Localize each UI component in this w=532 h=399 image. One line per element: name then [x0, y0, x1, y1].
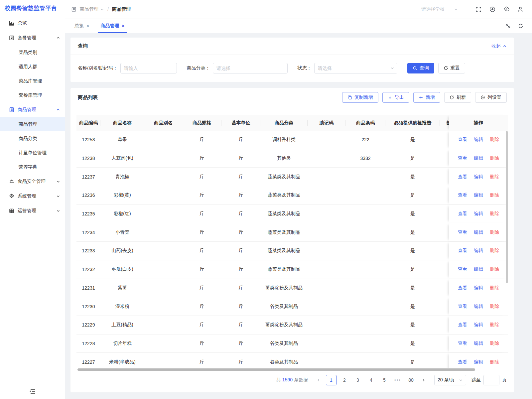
edit-link[interactable]: 编辑	[474, 211, 483, 217]
vertical-scrollbar[interactable]	[506, 131, 508, 283]
view-link[interactable]: 查看	[458, 285, 467, 291]
sidebar-subitem-dish-category[interactable]: 菜品类别	[0, 45, 65, 60]
refresh-icon[interactable]	[518, 23, 523, 29]
view-link[interactable]: 查看	[458, 155, 467, 161]
status-select[interactable]	[314, 63, 397, 73]
cell-spec: 斤	[182, 149, 221, 168]
sidebar-subitem-nutrition-dict[interactable]: 营养字典	[0, 160, 65, 174]
view-link[interactable]: 查看	[458, 229, 467, 235]
prev-page-button[interactable]	[314, 375, 323, 385]
delete-link[interactable]: 删除	[490, 174, 499, 180]
view-link[interactable]: 查看	[458, 192, 467, 198]
cell-alias	[144, 316, 182, 334]
user-icon[interactable]	[517, 6, 523, 12]
delete-link[interactable]: 删除	[490, 229, 499, 235]
refresh-list-button[interactable]: 刷新	[444, 92, 471, 103]
edit-link[interactable]: 编辑	[474, 304, 483, 310]
delete-link[interactable]: 删除	[490, 248, 499, 254]
delete-link[interactable]: 删除	[490, 266, 499, 272]
close-icon[interactable]: ×	[122, 23, 124, 29]
edit-link[interactable]: 编辑	[474, 137, 483, 143]
page-button-3[interactable]: 3	[352, 375, 363, 385]
more-pages-icon[interactable]: •••	[392, 375, 403, 385]
cell-category: 谷类及其制品	[260, 353, 308, 368]
add-button[interactable]: 新增	[413, 92, 440, 103]
sidebar-item-overview[interactable]: 总览	[0, 16, 65, 31]
sidebar-subitem-meal-library[interactable]: 套餐库管理	[0, 88, 65, 102]
view-link[interactable]: 查看	[458, 322, 467, 328]
page-size-select[interactable]: 20 条/页	[434, 375, 466, 385]
page-button-1[interactable]: 1	[326, 375, 336, 385]
delete-link[interactable]: 删除	[490, 155, 499, 161]
view-link[interactable]: 查看	[458, 340, 467, 346]
sidebar-item-label: 总览	[18, 20, 60, 26]
view-link[interactable]: 查看	[458, 359, 467, 365]
delete-link[interactable]: 删除	[490, 322, 499, 328]
edit-link[interactable]: 编辑	[474, 155, 483, 161]
sidebar-collapse-button[interactable]	[0, 388, 65, 394]
fullscreen-icon[interactable]	[476, 7, 481, 12]
tab-overview[interactable]: 总览 ×	[71, 19, 92, 33]
breadcrumb-menu[interactable]: 商品管理	[80, 6, 104, 12]
cell-category: 薯类淀粉及其制品	[260, 279, 308, 297]
sidebar-item-meal-mgmt[interactable]: 套餐管理	[0, 31, 65, 45]
category-select[interactable]	[213, 63, 288, 73]
jump-page-input[interactable]	[483, 375, 499, 385]
tabs: 总览 × 商品管理 ×	[71, 19, 132, 33]
sidebar-item-system-mgmt[interactable]: 系统管理	[0, 189, 65, 203]
page-button-5[interactable]: 5	[379, 375, 390, 385]
sidebar-subitem-product-mgmt[interactable]: 商品管理	[0, 117, 65, 131]
page-button-last[interactable]: 80	[406, 375, 416, 385]
tab-product-mgmt[interactable]: 商品管理 ×	[97, 19, 128, 33]
sidebar-subitem-applicable-group[interactable]: 适用人群	[0, 60, 65, 74]
view-link[interactable]: 查看	[458, 248, 467, 254]
delete-link[interactable]: 删除	[490, 285, 499, 291]
view-link[interactable]: 查看	[458, 304, 467, 310]
edit-link[interactable]: 编辑	[474, 229, 483, 235]
delete-link[interactable]: 删除	[490, 304, 499, 310]
edit-link[interactable]: 编辑	[474, 174, 483, 180]
view-link[interactable]: 查看	[458, 266, 467, 272]
edit-link[interactable]: 编辑	[474, 340, 483, 346]
collapse-toggle[interactable]: 收起	[491, 43, 507, 49]
edit-link[interactable]: 编辑	[474, 248, 483, 254]
cell-code: 12230	[76, 297, 100, 316]
sidebar-subitem-product-category[interactable]: 商品分类	[0, 131, 65, 146]
delete-link[interactable]: 删除	[490, 359, 499, 365]
view-link[interactable]: 查看	[458, 137, 467, 143]
edit-link[interactable]: 编辑	[474, 322, 483, 328]
search-button[interactable]: 查询	[407, 63, 434, 73]
reset-button[interactable]: 重置	[438, 63, 465, 73]
export-button[interactable]: 导出	[382, 92, 409, 103]
translate-icon[interactable]	[489, 6, 495, 12]
edit-link[interactable]: 编辑	[474, 285, 483, 291]
sidebar-item-product-mgmt[interactable]: 商品管理	[0, 102, 65, 117]
close-icon[interactable]: ×	[86, 23, 89, 29]
view-link[interactable]: 查看	[458, 211, 467, 217]
sidebar-item-food-safety[interactable]: 食品安全管理	[0, 174, 65, 189]
view-link[interactable]: 查看	[458, 174, 467, 180]
edit-link[interactable]: 编辑	[474, 266, 483, 272]
name-alias-input[interactable]	[120, 63, 177, 73]
cell-alias	[144, 297, 182, 316]
sidebar-subitem-unit-mgmt[interactable]: 计量单位管理	[0, 146, 65, 160]
page-button-2[interactable]: 2	[339, 375, 350, 385]
exit-fullscreen-icon[interactable]	[505, 23, 511, 29]
edit-link[interactable]: 编辑	[474, 192, 483, 198]
edit-link[interactable]: 编辑	[474, 359, 483, 365]
sidebar-subitem-dish-library[interactable]: 菜品库管理	[0, 74, 65, 88]
next-page-button[interactable]	[419, 375, 428, 385]
sidebar-item-operation-mgmt[interactable]: 运营管理	[0, 203, 65, 218]
page-button-4[interactable]: 4	[366, 375, 376, 385]
horizontal-scrollbar[interactable]	[76, 368, 508, 371]
school-select[interactable]: 请选择学校	[421, 6, 468, 12]
delete-link[interactable]: 删除	[490, 192, 499, 198]
delete-link[interactable]: 删除	[490, 137, 499, 143]
copy-add-button[interactable]: 复制新增	[342, 92, 378, 103]
settings-gear-icon[interactable]	[503, 6, 509, 12]
delete-link[interactable]: 删除	[490, 340, 499, 346]
horizontal-scrollbar-thumb[interactable]	[77, 368, 475, 371]
delete-link[interactable]: 删除	[490, 211, 499, 217]
column-settings-button[interactable]: 列设置	[475, 92, 507, 103]
sidebar-item-label: 系统管理	[18, 193, 56, 199]
